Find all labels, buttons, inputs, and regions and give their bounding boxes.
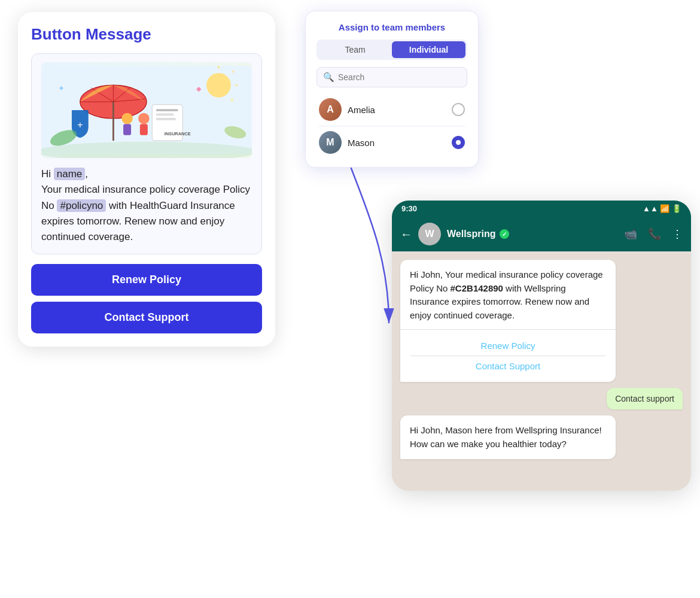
avatar-amelia: A (319, 98, 342, 121)
svg-text:◆: ◆ (196, 85, 202, 92)
contact-support-button[interactable]: Contact Support (31, 302, 262, 333)
svg-rect-23 (140, 124, 148, 135)
wa-video-icon[interactable]: 📹 (624, 227, 637, 241)
renew-policy-button[interactable]: Renew Policy (31, 264, 262, 296)
svg-text:+: + (77, 119, 83, 130)
wa-header: ← W Wellspring ✓ 📹 📞 ⋮ (392, 217, 691, 251)
wa-back-icon[interactable]: ← (400, 227, 412, 241)
whatsapp-phone: 9:30 ▲▲ 📶 🔋 ← W Wellspring ✓ 📹 📞 ⋮ Hi Jo… (392, 201, 691, 491)
policyno-tag: #policyno (57, 199, 106, 212)
wa-message-bubble: Hi John, Your medical insurance policy c… (400, 260, 616, 382)
svg-text:INSURANCE: INSURANCE (165, 131, 191, 136)
wa-chat-area: Hi John, Your medical insurance policy c… (392, 251, 691, 479)
card-title: Button Message (31, 25, 262, 44)
wa-agent-bubble: Hi John, Mason here from Wellspring Insu… (400, 415, 616, 459)
wa-call-icon[interactable]: 📞 (648, 227, 661, 241)
message-text: Hi name, Your medical insurance policy c… (41, 166, 252, 245)
wa-agent-text: Hi John, Mason here from Wellspring Insu… (410, 424, 606, 451)
svg-text:✦: ✦ (230, 97, 235, 103)
tab-individual[interactable]: Individual (392, 41, 465, 58)
radio-mason[interactable] (452, 136, 465, 149)
svg-rect-18 (156, 118, 176, 120)
message-box: + INSURANCE ✦ ✦ ◆ (31, 53, 262, 254)
wa-renew-link[interactable]: Renew Policy (410, 336, 606, 356)
svg-point-2 (206, 73, 231, 98)
svg-text:✦: ✦ (58, 84, 65, 93)
verified-badge: ✓ (500, 229, 509, 239)
search-icon: 🔍 (323, 72, 334, 83)
tab-row: Team Individual (316, 40, 467, 60)
wa-contact-link[interactable]: Contact Support (410, 356, 606, 376)
wa-message-text: Hi John, Your medical insurance policy c… (410, 268, 606, 322)
member-row-amelia: A Amelia (316, 93, 467, 126)
svg-rect-17 (156, 114, 174, 116)
svg-rect-21 (123, 124, 131, 135)
assign-popup: Assign to team members Team Individual 🔍… (305, 11, 479, 168)
search-input[interactable] (338, 72, 461, 82)
wa-received-row: Contact support (400, 388, 683, 409)
member-row-mason: M Mason (316, 126, 467, 159)
member-name-amelia: Amelia (348, 105, 446, 115)
policy-number: #C2B142890 (451, 283, 503, 293)
search-row[interactable]: 🔍 (316, 67, 467, 87)
svg-rect-16 (156, 109, 178, 111)
member-name-mason: Mason (348, 138, 446, 148)
wa-received-bubble: Contact support (607, 388, 683, 409)
tab-team[interactable]: Team (318, 41, 392, 58)
svg-point-20 (121, 113, 133, 125)
wa-contact-avatar: W (418, 223, 441, 245)
assign-title: Assign to team members (316, 22, 467, 32)
wa-contact-name: Wellspring ✓ (447, 229, 618, 239)
wa-time: 9:30 (401, 204, 417, 213)
wa-divider-1 (400, 329, 616, 330)
insurance-illustration: + INSURANCE ✦ ✦ ◆ (41, 62, 252, 158)
name-tag: name (54, 168, 86, 180)
wa-more-icon[interactable]: ⋮ (672, 227, 683, 241)
radio-amelia[interactable] (452, 103, 465, 116)
wa-status-bar: 9:30 ▲▲ 📶 🔋 (392, 201, 691, 217)
button-message-card: Button Message (18, 12, 275, 347)
svg-point-22 (138, 113, 150, 125)
wa-signal-icons: ▲▲ 📶 🔋 (643, 204, 681, 213)
wa-action-icons: 📹 📞 ⋮ (624, 227, 683, 241)
avatar-mason: M (319, 131, 342, 154)
